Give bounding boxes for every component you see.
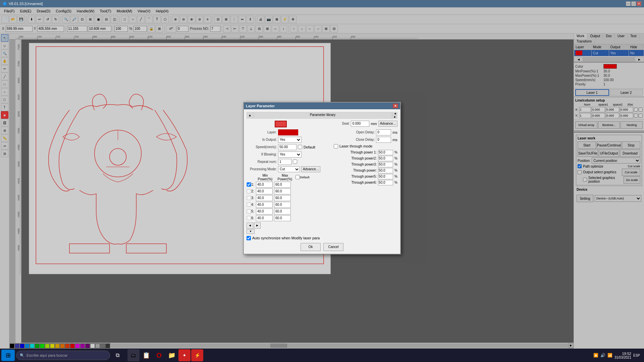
- dlg-seal-label: Seal:: [336, 122, 350, 125]
- pr3-cb[interactable]: [247, 196, 251, 200]
- dialog-layer-color: [275, 121, 287, 127]
- tp1-label: Through power 1:: [343, 150, 377, 154]
- dlg-closedelay-input[interactable]: [376, 137, 391, 143]
- pr6-min[interactable]: [256, 215, 273, 221]
- dialog-close-btn[interactable]: ✕: [393, 104, 398, 108]
- tp6-input[interactable]: [378, 180, 393, 185]
- pr4-max[interactable]: [274, 202, 291, 208]
- pr4-min[interactable]: [256, 202, 273, 208]
- dlg-repeat-cb[interactable]: [293, 160, 297, 164]
- dlg-speed-row: Speed(mm/s): Default: [247, 144, 331, 150]
- window-title: V8.01.33-[Unnamed]: [9, 2, 43, 6]
- nav-right-btn[interactable]: ▶: [392, 115, 397, 119]
- dlg-layer-row: Layer:: [247, 129, 331, 135]
- tp-row-3: Through power3: %: [334, 162, 397, 167]
- dlg-blowing-select[interactable]: Yes No: [278, 152, 302, 158]
- pr1-max[interactable]: [274, 182, 291, 188]
- power-row-6: 6:: [247, 215, 331, 221]
- dlg-advance2-btn[interactable]: Advance...: [378, 121, 397, 127]
- pr4-cb[interactable]: [247, 202, 251, 207]
- dialog-up-arrow[interactable]: ▲: [247, 112, 253, 119]
- dlg-nav-left[interactable]: ◀: [247, 223, 253, 229]
- app-icon: 🔷: [3, 2, 7, 6]
- tp2-label: Through power2:: [343, 157, 377, 160]
- dlg-isoutput-select[interactable]: Yes No: [278, 137, 302, 143]
- dlg-closedelay-row: Close Delay: ms: [334, 137, 397, 143]
- pr6-max[interactable]: [274, 215, 291, 221]
- dlg-mode-select[interactable]: Cut Engrave: [278, 166, 300, 172]
- dialog-bottom-nav: ◀ ▶: [247, 223, 331, 229]
- title-bar-controls[interactable]: — □ ✕: [626, 1, 641, 6]
- dlg-seal-input[interactable]: [351, 121, 369, 127]
- nav-left-btn[interactable]: ◀: [392, 112, 397, 115]
- dlg-nav-right[interactable]: ▶: [254, 223, 261, 229]
- tp4-input[interactable]: [378, 168, 393, 173]
- param-lib-bar[interactable]: Parameter library: [253, 112, 392, 119]
- dlg-autosync-cb[interactable]: [247, 236, 251, 240]
- pr1-cb[interactable]: [247, 182, 251, 187]
- dlg-seal-row: Seal: mm Advance...: [334, 121, 397, 127]
- pr5-max[interactable]: [274, 208, 291, 215]
- dlg-laserthrough-label: Laser through mode: [339, 144, 372, 148]
- dlg-repeat-input[interactable]: [278, 159, 291, 165]
- pr1-min[interactable]: [256, 182, 273, 188]
- taskbar-search[interactable]: 🔍 Escribe aquí para buscar: [16, 351, 110, 360]
- pr6-cb[interactable]: [247, 216, 251, 220]
- tp1-input[interactable]: [378, 150, 393, 155]
- clock[interactable]: 19:52 31/03/2021: [614, 352, 631, 359]
- close-button[interactable]: ✕: [637, 1, 641, 6]
- tp5-pct: %: [394, 175, 397, 178]
- dlg-isoutput-row: Is Output: Yes No: [247, 137, 331, 143]
- dlg-default-cb[interactable]: [298, 145, 302, 149]
- dialog-cancel-btn[interactable]: Cancel: [323, 243, 343, 251]
- maximize-button[interactable]: □: [631, 1, 636, 6]
- tray-icon-2: 🔊: [600, 353, 605, 358]
- pr2-cb[interactable]: [247, 189, 251, 193]
- taskbar-app-red[interactable]: ✦: [178, 349, 191, 361]
- pr5-cb[interactable]: [247, 209, 251, 214]
- pr3-min[interactable]: [256, 195, 273, 201]
- dlg-opendelay-unit: ms: [392, 130, 397, 134]
- layer-dialog: Layer Parameter ✕ ▲ Parameter library ◀ …: [243, 102, 401, 254]
- taskbar-app-2[interactable]: 📋: [140, 349, 152, 361]
- taskbar-apps: 🗂 📋 O 📁 ✦ ⚡: [125, 349, 206, 361]
- pr3-max[interactable]: [274, 195, 291, 201]
- pr2-min[interactable]: [256, 188, 273, 194]
- ph-default-cb[interactable]: [296, 175, 300, 179]
- task-view-btn[interactable]: ⧉: [111, 349, 123, 361]
- pr5-num: 5:: [251, 209, 256, 213]
- power-row-5: 5:: [247, 208, 331, 215]
- pr2-max[interactable]: [274, 188, 291, 194]
- dialog-tabs: ▲ Parameter library ◀ ▶: [247, 112, 397, 119]
- dlg-autosync-label: Auto synchronize when Modify laser para: [252, 236, 320, 240]
- taskbar-app-opera[interactable]: O: [153, 349, 165, 361]
- dialog-ok-btn[interactable]: Ok: [301, 243, 321, 251]
- dlg-opendelay-label: Open Delay:: [348, 130, 375, 134]
- dlg-arr-down[interactable]: ▼: [247, 229, 255, 234]
- pr1-num: 1:: [251, 183, 256, 186]
- dlg-closedelay-unit: ms: [392, 138, 397, 142]
- dlg-speed-input[interactable]: [278, 144, 297, 150]
- taskbar-app-laser[interactable]: ⚡: [191, 349, 203, 361]
- tp2-input[interactable]: [378, 156, 393, 161]
- taskbar-tray: 🔼 🔊 📶 19:52 31/03/2021 ESP: [593, 352, 643, 359]
- dialog-left-col: Layer: Is Output: Yes No Speed(mm/s):: [247, 121, 331, 234]
- dialog-titlebar: Layer Parameter ✕: [244, 103, 400, 109]
- dlg-layer-label: Layer:: [247, 130, 277, 134]
- start-button[interactable]: ⊞: [1, 350, 15, 361]
- minimize-button[interactable]: —: [626, 1, 631, 6]
- dlg-blowing-row: If Blowing: Yes No: [247, 152, 331, 158]
- tp3-input[interactable]: [378, 162, 393, 167]
- dialog-title: Layer Parameter: [246, 104, 275, 108]
- pr5-min[interactable]: [256, 208, 273, 215]
- tp3-pct: %: [394, 163, 397, 166]
- taskbar-app-1[interactable]: 🗂: [127, 349, 140, 361]
- power-row-3: 3:: [247, 195, 331, 201]
- dlg-opendelay-input[interactable]: [376, 129, 391, 135]
- tp3-label: Through power3:: [343, 163, 377, 166]
- taskbar-app-folder[interactable]: 📁: [166, 349, 178, 361]
- dlg-advance-btn[interactable]: Advance...: [301, 166, 320, 172]
- tp4-pct: %: [394, 169, 397, 172]
- tp5-input[interactable]: [378, 174, 393, 179]
- dlg-laserthrough-cb[interactable]: [334, 144, 338, 148]
